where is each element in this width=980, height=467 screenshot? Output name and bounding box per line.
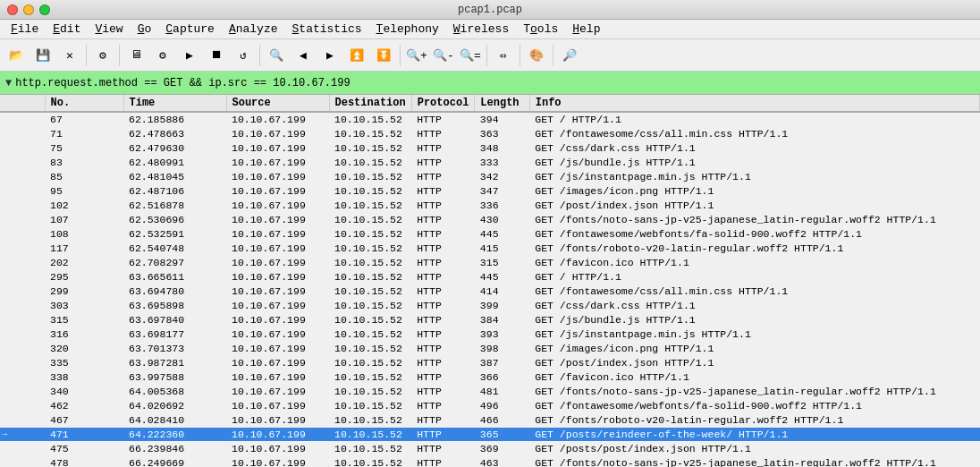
table-row[interactable]: 47566.23984610.10.67.19910.10.15.52HTTP3… [0,442,980,456]
table-row[interactable]: 20262.70829710.10.67.19910.10.15.52HTTP3… [0,256,980,270]
col-header-source[interactable]: Source [226,95,329,112]
start-capture-button[interactable]: ▶ [177,43,202,68]
table-row[interactable]: 6762.18588610.10.67.19910.10.15.52HTTP39… [0,112,980,127]
menu-item-file[interactable]: File [4,21,46,38]
table-row[interactable]: 8362.48099110.10.67.19910.10.15.52HTTP33… [0,156,980,170]
restart-capture-button[interactable]: ↺ [231,43,256,68]
stop-capture-button[interactable]: ⏹ [204,43,229,68]
frame-source: 10.10.67.199 [226,256,329,270]
table-row[interactable]: 34064.00536810.10.67.19910.10.15.52HTTP4… [0,385,980,399]
table-row[interactable]: 7162.47866310.10.67.19910.10.15.52HTTP36… [0,127,980,141]
frame-len: 398 [475,342,529,356]
frame-proto: HTTP [411,385,475,399]
frame-dest: 10.10.15.52 [329,428,411,442]
table-row[interactable]: 33563.98728110.10.67.19910.10.15.52HTTP3… [0,356,980,370]
menu-item-go[interactable]: Go [131,21,159,38]
go-last-button[interactable]: ⏬ [371,43,396,68]
menu-item-telephony[interactable]: Telephony [369,21,446,38]
table-row[interactable]: 8562.48104510.10.67.19910.10.15.52HTTP34… [0,170,980,184]
table-row[interactable]: 10262.51687810.10.67.19910.10.15.52HTTP3… [0,199,980,213]
col-header-arrow [0,95,45,112]
table-row[interactable]: 46764.02841010.10.67.19910.10.15.52HTTP4… [0,413,980,428]
table-row[interactable]: →47164.22236010.10.67.19910.10.15.52HTTP… [0,428,980,442]
table-row[interactable]: 10762.53069610.10.67.19910.10.15.52HTTP4… [0,213,980,227]
find-button[interactable]: 🔎 [557,43,582,68]
frame-no: 338 [45,370,123,385]
close-button-toolbar[interactable]: ✕ [57,43,82,68]
table-row[interactable]: 29563.66561110.10.67.19910.10.15.52HTTP4… [0,270,980,284]
col-header-destination[interactable]: Destination [329,95,411,112]
col-header-no-[interactable]: No. [45,95,123,112]
frame-dest: 10.10.15.52 [329,270,411,284]
frame-source: 10.10.67.199 [226,385,329,399]
go-forward-button[interactable]: ▶ [317,43,342,68]
menu-item-statistics[interactable]: Statistics [285,21,369,38]
table-row[interactable]: 29963.69478010.10.67.19910.10.15.52HTTP4… [0,284,980,299]
frame-dest: 10.10.15.52 [329,299,411,313]
menu-item-analyze[interactable]: Analyze [222,21,285,38]
table-row[interactable]: 33863.99758810.10.67.19910.10.15.52HTTP3… [0,370,980,385]
filter-icon: ▼ [5,77,12,89]
zoom-normal-button[interactable]: 🔍= [458,43,483,68]
row-arrow [0,213,45,227]
table-row[interactable]: 31663.69817710.10.67.19910.10.15.52HTTP3… [0,327,980,342]
maximize-button[interactable] [39,4,50,15]
frame-time: 62.480991 [123,156,226,170]
row-arrow [0,356,45,370]
table-row[interactable]: 46264.02069210.10.67.19910.10.15.52HTTP4… [0,399,980,413]
menu-item-view[interactable]: View [88,21,130,38]
frame-source: 10.10.67.199 [226,370,329,385]
toolbar-separator [259,45,260,66]
frame-dest: 10.10.15.52 [329,327,411,342]
menu-item-wireless[interactable]: Wireless [446,21,516,38]
zoom-out-button[interactable]: 🔍- [431,43,456,68]
table-row[interactable]: 9562.48710610.10.67.19910.10.15.52HTTP34… [0,184,980,199]
frame-time: 64.028410 [123,413,226,428]
zoom-in-button[interactable]: 🔍+ [404,43,429,68]
table-row[interactable]: 11762.54074810.10.67.19910.10.15.52HTTP4… [0,242,980,256]
frame-proto: HTTP [411,127,475,141]
minimize-button[interactable] [23,4,34,15]
menu-item-edit[interactable]: Edit [46,21,88,38]
frame-source: 10.10.67.199 [226,442,329,456]
frame-time: 63.987281 [123,356,226,370]
go-back-button[interactable]: ◀ [291,43,316,68]
frame-proto: HTTP [411,399,475,413]
frame-proto: HTTP [411,256,475,270]
table-row[interactable]: 32063.70137310.10.67.19910.10.15.52HTTP3… [0,342,980,356]
table-row[interactable]: 10862.53259110.10.67.19910.10.15.52HTTP4… [0,227,980,242]
close-button[interactable] [7,4,18,15]
table-row[interactable]: 7562.47963010.10.67.19910.10.15.52HTTP34… [0,141,980,156]
toolbar-separator [119,45,120,66]
options-button[interactable]: ⚙ [90,43,115,68]
table-row[interactable]: 30363.69589810.10.67.19910.10.15.52HTTP3… [0,299,980,313]
go-first-button[interactable]: ⏫ [344,43,369,68]
row-arrow [0,327,45,342]
capture-interfaces-button[interactable]: 🖥 [123,43,148,68]
frame-dest: 10.10.15.52 [329,184,411,199]
capture-options-button[interactable]: ⚙ [150,43,175,68]
col-header-info[interactable]: Info [529,95,979,112]
frame-len: 430 [475,213,529,227]
frame-info: GET /js/bundle.js HTTP/1.1 [529,156,979,170]
frame-proto: HTTP [411,413,475,428]
frame-no: 316 [45,327,123,342]
save-button[interactable]: 💾 [30,43,55,68]
table-row[interactable]: 47866.24966910.10.67.19910.10.15.52HTTP4… [0,456,980,468]
col-header-time[interactable]: Time [123,95,226,112]
frame-dest: 10.10.15.52 [329,199,411,213]
col-header-length[interactable]: Length [475,95,529,112]
col-header-protocol[interactable]: Protocol [411,95,475,112]
menu-item-tools[interactable]: Tools [516,21,565,38]
menu-item-capture[interactable]: Capture [158,21,222,38]
window-controls [7,4,50,15]
frame-source: 10.10.67.199 [226,299,329,313]
resize-columns-button[interactable]: ⇔ [491,43,516,68]
open-button[interactable]: 📂 [4,43,29,68]
table-row[interactable]: 31563.69784010.10.67.19910.10.15.52HTTP3… [0,313,980,327]
menu-item-help[interactable]: Help [565,21,607,38]
filter-bar: ▼ http.request.method == GET && ip.src =… [0,72,980,95]
find-packet-button[interactable]: 🔍 [264,43,289,68]
colorize-button[interactable]: 🎨 [524,43,549,68]
packet-list[interactable]: No.TimeSourceDestinationProtocolLengthIn… [0,95,980,467]
